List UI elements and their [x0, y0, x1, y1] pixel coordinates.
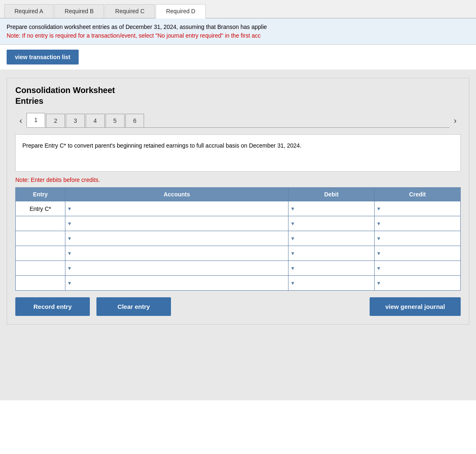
table-row: ▼ ▼ ▼ — [16, 216, 461, 231]
col-header-credit: Credit — [375, 188, 461, 201]
debit-input-4[interactable] — [297, 249, 374, 258]
nav-next-arrow[interactable]: › — [450, 113, 461, 128]
col-header-debit: Debit — [288, 188, 375, 201]
credit-cell-5: ▼ — [375, 261, 461, 276]
view-transaction-wrap: view transaction list — [0, 45, 476, 69]
accounts-dropdown-arrow-4[interactable]: ▼ — [65, 251, 74, 256]
main-content: Consolidation WorksheetEntries ‹ 1 2 3 4… — [0, 69, 476, 400]
credit-dropdown-arrow-4[interactable]: ▼ — [375, 251, 383, 256]
debit-cell-2: ▼ — [288, 216, 375, 231]
accounts-input-3[interactable] — [74, 234, 288, 244]
debit-dropdown-arrow-2[interactable]: ▼ — [288, 221, 297, 227]
view-general-journal-button[interactable]: view general journal — [370, 297, 461, 316]
table-header-row: Entry Accounts Debit Credit — [16, 188, 461, 201]
entry-label-3 — [16, 231, 65, 246]
col-header-accounts: Accounts — [65, 188, 288, 201]
view-transaction-button[interactable]: view transaction list — [7, 50, 79, 65]
credit-cell-2: ▼ — [375, 216, 461, 231]
entry-nav: ‹ 1 2 3 4 5 6 › — [15, 113, 461, 128]
credit-dropdown-arrow-5[interactable]: ▼ — [375, 265, 383, 271]
tab-required-d[interactable]: Required D — [156, 4, 206, 19]
credit-dropdown-arrow-3[interactable]: ▼ — [375, 236, 383, 241]
accounts-input-6[interactable] — [74, 278, 288, 288]
credit-input-3[interactable] — [383, 234, 460, 244]
credit-input-1[interactable] — [383, 204, 460, 214]
tab-required-c[interactable]: Required C — [105, 4, 155, 18]
accounts-dropdown-arrow-2[interactable]: ▼ — [65, 221, 74, 227]
debit-input-2[interactable] — [297, 219, 374, 229]
tab-required-a[interactable]: Required A — [4, 4, 53, 18]
entry-tab-4[interactable]: 4 — [86, 114, 105, 127]
credit-cell-4: ▼ — [375, 246, 461, 261]
debit-dropdown-arrow-1[interactable]: ▼ — [288, 206, 297, 212]
journal-table: Entry Accounts Debit Credit Entry C* ▼ — [15, 187, 461, 291]
table-row: ▼ ▼ ▼ — [16, 276, 461, 291]
accounts-cell-2: ▼ — [65, 216, 288, 231]
table-row: ▼ ▼ ▼ — [16, 231, 461, 246]
credit-input-2[interactable] — [383, 219, 460, 229]
credit-cell-6: ▼ — [375, 276, 461, 291]
credit-input-6[interactable] — [383, 278, 460, 288]
table-row: Entry C* ▼ ▼ — [16, 201, 461, 216]
accounts-cell-3: ▼ — [65, 231, 288, 246]
accounts-cell-4: ▼ — [65, 246, 288, 261]
debit-cell-6: ▼ — [288, 276, 375, 291]
credit-dropdown-arrow-1[interactable]: ▼ — [375, 206, 383, 212]
accounts-cell-1: ▼ — [65, 201, 288, 216]
debit-input-1[interactable] — [297, 204, 374, 214]
entry-tab-1[interactable]: 1 — [26, 113, 46, 127]
accounts-cell-5: ▼ — [65, 261, 288, 276]
debit-input-3[interactable] — [297, 234, 374, 244]
entry-label-5 — [16, 261, 65, 276]
entry-label-6 — [16, 276, 65, 291]
entry-label-1: Entry C* — [16, 201, 65, 216]
debit-dropdown-arrow-6[interactable]: ▼ — [288, 280, 297, 286]
table-row: ▼ ▼ ▼ — [16, 261, 461, 276]
clear-entry-button[interactable]: Clear entry — [96, 297, 171, 316]
debit-dropdown-arrow-4[interactable]: ▼ — [288, 251, 297, 256]
tabs-bar: Required A Required B Required C Require… — [0, 0, 476, 19]
worksheet-panel: Consolidation WorksheetEntries ‹ 1 2 3 4… — [7, 78, 469, 325]
credit-input-5[interactable] — [383, 263, 460, 273]
worksheet-title: Consolidation WorksheetEntries — [15, 85, 461, 106]
entry-tabs-container: 1 2 3 4 5 6 — [26, 113, 450, 128]
col-header-entry: Entry — [16, 188, 65, 201]
record-entry-button[interactable]: Record entry — [15, 297, 90, 316]
nav-prev-arrow[interactable]: ‹ — [15, 113, 26, 128]
debit-cell-5: ▼ — [288, 261, 375, 276]
accounts-dropdown-arrow-6[interactable]: ▼ — [65, 280, 74, 286]
entry-description: Prepare Entry C* to convert parent's beg… — [15, 134, 461, 172]
credit-dropdown-arrow-2[interactable]: ▼ — [375, 221, 383, 227]
accounts-input-5[interactable] — [74, 263, 288, 273]
accounts-input-4[interactable] — [74, 249, 288, 258]
debit-input-6[interactable] — [297, 278, 374, 288]
entry-tab-3[interactable]: 3 — [66, 114, 85, 127]
accounts-input-1[interactable] — [74, 204, 288, 214]
notice-bar: Prepare consolidation worksheet entries … — [0, 19, 476, 45]
debit-dropdown-arrow-3[interactable]: ▼ — [288, 236, 297, 241]
table-row: ▼ ▼ ▼ — [16, 246, 461, 261]
note-debits: Note: Enter debits before credits. — [15, 177, 461, 183]
tab-required-b[interactable]: Required B — [54, 4, 104, 18]
accounts-input-2[interactable] — [74, 219, 288, 229]
entry-label-2 — [16, 216, 65, 231]
notice-main-text: Prepare consolidation worksheet entries … — [7, 23, 469, 31]
accounts-dropdown-arrow-5[interactable]: ▼ — [65, 265, 74, 271]
accounts-dropdown-arrow-1[interactable]: ▼ — [65, 206, 74, 212]
debit-cell-4: ▼ — [288, 246, 375, 261]
credit-cell-3: ▼ — [375, 231, 461, 246]
accounts-cell-6: ▼ — [65, 276, 288, 291]
accounts-dropdown-arrow-3[interactable]: ▼ — [65, 236, 74, 241]
entry-tab-6[interactable]: 6 — [125, 114, 144, 127]
entry-tab-2[interactable]: 2 — [46, 114, 65, 127]
credit-dropdown-arrow-6[interactable]: ▼ — [375, 280, 383, 286]
credit-cell-1: ▼ — [375, 201, 461, 216]
entry-label-4 — [16, 246, 65, 261]
bottom-buttons: Record entry Clear entry view general jo… — [15, 297, 461, 316]
debit-input-5[interactable] — [297, 263, 374, 273]
credit-input-4[interactable] — [383, 249, 460, 258]
debit-cell-3: ▼ — [288, 231, 375, 246]
debit-dropdown-arrow-5[interactable]: ▼ — [288, 265, 297, 271]
debit-cell-1: ▼ — [288, 201, 375, 216]
entry-tab-5[interactable]: 5 — [106, 114, 125, 127]
